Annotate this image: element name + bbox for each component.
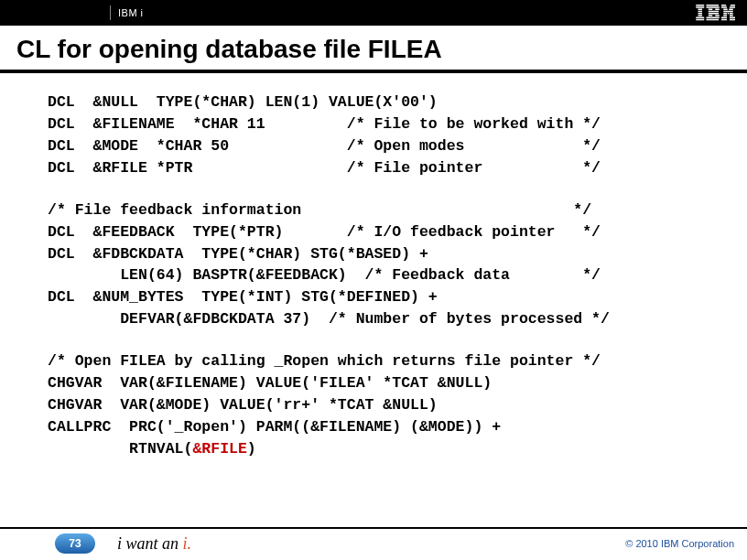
footer-divider (0, 527, 747, 529)
code-block-3: /* Open FILEA by calling _Ropen which re… (48, 350, 731, 460)
code-block-2: /* File feedback information */ DCL &FEE… (48, 199, 731, 331)
svg-rect-19 (731, 5, 735, 6)
page-title: CL for opening database file FILEA (16, 35, 731, 64)
svg-rect-24 (723, 11, 733, 13)
page-number-badge: 73 (55, 533, 95, 554)
svg-rect-32 (721, 19, 727, 21)
svg-rect-16 (707, 17, 720, 19)
svg-rect-30 (721, 17, 727, 19)
product-name: IBM i (118, 7, 144, 18)
svg-rect-7 (696, 19, 704, 21)
svg-rect-26 (728, 13, 730, 15)
svg-rect-23 (729, 9, 733, 11)
tagline-prefix: i want an (117, 534, 183, 553)
svg-rect-13 (709, 13, 719, 15)
svg-rect-22 (723, 9, 728, 11)
footer-left: 73 i want an i. (13, 533, 191, 554)
content-area: DCL &NULL TYPE(*CHAR) LEN(1) VALUE(X'00'… (0, 73, 747, 527)
svg-rect-31 (730, 17, 735, 19)
copyright: © 2010 IBM Corporation (625, 538, 734, 549)
svg-rect-14 (709, 15, 713, 16)
svg-rect-8 (707, 5, 720, 6)
svg-rect-25 (723, 13, 727, 15)
ibm-logo-icon (696, 5, 736, 21)
svg-rect-0 (696, 5, 704, 6)
header-left: IBM i (0, 0, 144, 26)
header-bar: IBM i (0, 0, 747, 26)
svg-rect-33 (730, 19, 735, 21)
svg-rect-12 (709, 11, 719, 13)
slide: IBM i (0, 0, 747, 560)
svg-rect-2 (698, 9, 703, 11)
svg-rect-6 (696, 17, 704, 19)
tagline-accent: i. (183, 534, 192, 553)
tagline: i want an i. (117, 534, 191, 554)
svg-rect-10 (709, 9, 713, 11)
svg-rect-15 (715, 15, 720, 16)
svg-rect-28 (723, 15, 727, 16)
header-divider (110, 5, 111, 20)
code-block-1: DCL &NULL TYPE(*CHAR) LEN(1) VALUE(X'00'… (48, 92, 731, 179)
svg-rect-29 (730, 15, 733, 16)
svg-rect-3 (698, 11, 703, 13)
svg-rect-1 (696, 6, 704, 8)
svg-rect-17 (707, 19, 720, 21)
svg-rect-4 (698, 13, 703, 15)
svg-rect-21 (730, 6, 735, 8)
svg-rect-11 (715, 9, 720, 11)
svg-rect-9 (707, 6, 720, 8)
svg-rect-27 (730, 13, 733, 15)
code-3-post: ) (247, 440, 256, 458)
footer: 73 i want an i. © 2010 IBM Corporation (0, 527, 747, 560)
title-area: CL for opening database file FILEA (0, 26, 747, 73)
code-3-highlight: &RFILE (192, 440, 246, 458)
svg-rect-20 (721, 6, 727, 8)
header-spacer (0, 0, 103, 26)
svg-rect-5 (698, 15, 703, 16)
code-3-pre: /* Open FILEA by calling _Ropen which re… (48, 352, 601, 458)
svg-rect-18 (721, 5, 726, 6)
